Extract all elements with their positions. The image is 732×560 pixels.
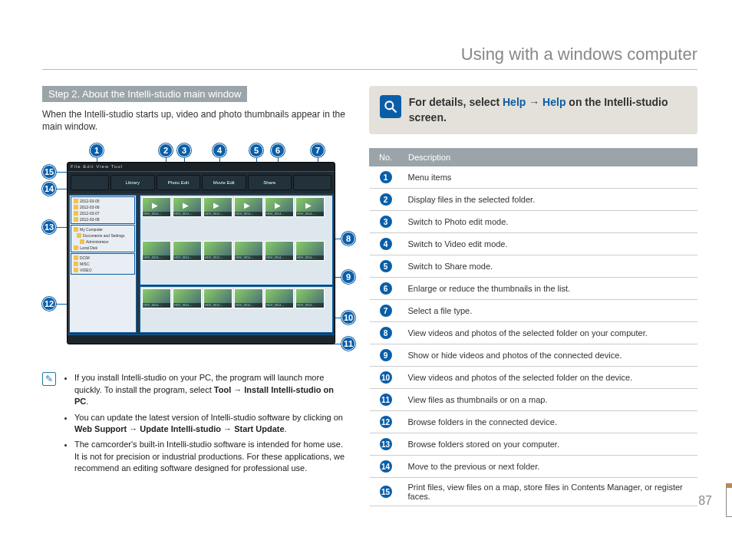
table-row: 6Enlarge or reduce the thumbnails in the… bbox=[370, 278, 697, 300]
callout-3: 3 bbox=[177, 143, 191, 157]
tool-share: Share bbox=[248, 175, 292, 190]
tool-library: Library bbox=[110, 175, 155, 190]
callout-11: 11 bbox=[341, 337, 355, 351]
app-menubar: File Edit View Tool bbox=[68, 163, 335, 172]
callout-9: 9 bbox=[341, 270, 355, 284]
callout-13: 13 bbox=[42, 220, 56, 234]
row-number: 4 bbox=[380, 238, 392, 250]
row-desc: Move to the previous or next folder. bbox=[402, 456, 697, 478]
svg-point-0 bbox=[385, 101, 393, 109]
row-number: 3 bbox=[380, 216, 392, 228]
callout-5: 5 bbox=[249, 143, 263, 157]
row-number: 12 bbox=[380, 416, 392, 428]
row-desc: Switch to Share mode. bbox=[402, 255, 697, 278]
row-number: 1 bbox=[380, 171, 392, 183]
table-row: 3Switch to Photo edit mode. bbox=[370, 211, 697, 233]
row-desc: Browse folders in the connected device. bbox=[402, 411, 697, 433]
tool-photo: Photo Edit bbox=[157, 175, 201, 190]
help-pre: For details, select bbox=[409, 96, 503, 108]
table-row: 7Select a file type. bbox=[370, 300, 697, 322]
page-number: 87 bbox=[698, 494, 712, 508]
app-window: File Edit View Tool Library Photo Edit M… bbox=[67, 162, 335, 344]
app-toolbar: Library Photo Edit Movie Edit Share bbox=[68, 172, 335, 193]
row-desc: View files as thumbnails or on a map. bbox=[402, 389, 697, 411]
row-desc: View videos and photos of the selected f… bbox=[402, 367, 697, 389]
row-desc: Browse folders stored on your computer. bbox=[402, 433, 697, 456]
table-row: 4Switch to Video edit mode. bbox=[370, 233, 697, 255]
row-desc: Switch to Video edit mode. bbox=[402, 233, 697, 255]
note-item: If you install Intelli-studio on your PC… bbox=[74, 372, 349, 407]
description-table: No. Description 1Menu items2Display file… bbox=[369, 148, 697, 506]
svg-line-1 bbox=[392, 109, 396, 113]
annotated-screenshot: 1 2 3 4 5 6 7 15 14 13 12 8 bbox=[42, 143, 349, 358]
tool-nav bbox=[71, 175, 109, 190]
callout-6: 6 bbox=[271, 143, 285, 157]
row-number: 6 bbox=[380, 282, 392, 295]
row-desc: Menu items bbox=[402, 166, 697, 189]
th-desc: Description bbox=[402, 149, 697, 166]
row-number: 8 bbox=[380, 327, 392, 339]
row-desc: Enlarge or reduce the thumbnails in the … bbox=[402, 278, 697, 300]
table-row: 9Show or hide videos and photos of the c… bbox=[370, 344, 697, 367]
note-item: You can update the latest version of Int… bbox=[74, 412, 349, 436]
row-number: 10 bbox=[380, 371, 392, 384]
app-statusbar bbox=[68, 334, 335, 344]
folder-tree: 2012-03-05 2012-03-06 2012-03-07 2012-03… bbox=[69, 195, 137, 333]
row-number: 13 bbox=[380, 438, 392, 450]
row-desc: Select a file type. bbox=[402, 300, 697, 322]
help-callout: For details, select Help → Help on the I… bbox=[369, 86, 697, 134]
row-number: 15 bbox=[380, 486, 392, 498]
callout-12: 12 bbox=[42, 297, 56, 311]
row-number: 11 bbox=[380, 394, 392, 406]
table-row: 10View videos and photos of the selected… bbox=[370, 367, 697, 389]
row-desc: View videos and photos of the selected f… bbox=[402, 322, 697, 344]
callout-15: 15 bbox=[42, 165, 56, 179]
callout-14: 14 bbox=[42, 182, 56, 196]
table-row: 13Browse folders stored on your computer… bbox=[370, 433, 697, 456]
table-row: 14Move to the previous or next folder. bbox=[370, 456, 697, 478]
thumb-section-top: HDV_0014... HDV_0014... HDV_0014... HDV_… bbox=[140, 195, 333, 285]
table-row: 2Display files in the selected folder. bbox=[370, 189, 697, 211]
thumb-section-bottom: HDV_0014... HDV_0014... HDV_0014... HDV_… bbox=[140, 286, 333, 334]
callout-7: 7 bbox=[311, 143, 325, 157]
row-number: 7 bbox=[380, 305, 392, 317]
note-icon: ✎ bbox=[42, 372, 56, 386]
page-title: Using with a windows computer bbox=[42, 44, 697, 70]
table-row: 1Menu items bbox=[370, 166, 697, 189]
help-link-2[interactable]: Help bbox=[542, 96, 565, 108]
note-item: The camcorder's built-in Intelli-studio … bbox=[74, 439, 349, 474]
row-desc: Print files, view files on a map, store … bbox=[402, 478, 697, 506]
table-row: 5Switch to Share mode. bbox=[370, 255, 697, 278]
row-desc: Switch to Photo edit mode. bbox=[402, 211, 697, 233]
table-row: 8View videos and photos of the selected … bbox=[370, 322, 697, 344]
row-number: 2 bbox=[380, 193, 392, 206]
callout-1: 1 bbox=[90, 143, 104, 157]
row-number: 9 bbox=[380, 349, 392, 361]
row-number: 5 bbox=[380, 260, 392, 272]
table-row: 12Browse folders in the connected device… bbox=[370, 411, 697, 433]
magnifier-icon bbox=[380, 95, 401, 118]
callout-4: 4 bbox=[213, 143, 226, 157]
table-row: 11View files as thumbnails or on a map. bbox=[370, 389, 697, 411]
step-heading: Step 2. About the Intelli-studio main wi… bbox=[42, 86, 247, 102]
row-desc: Show or hide videos and photos of the co… bbox=[402, 344, 697, 367]
tool-fileselect bbox=[293, 175, 331, 190]
th-no: No. bbox=[370, 149, 402, 166]
callout-10: 10 bbox=[341, 311, 355, 324]
page-tab-marker bbox=[726, 483, 732, 517]
notes-block: ✎ If you install Intelli-studio on your … bbox=[42, 372, 349, 478]
row-desc: Display files in the selected folder. bbox=[402, 189, 697, 211]
table-row: 15Print files, view files on a map, stor… bbox=[370, 478, 697, 506]
help-link-1[interactable]: Help bbox=[503, 96, 526, 108]
tool-movie: Movie Edit bbox=[202, 175, 246, 190]
intro-text: When the Intelli-studio starts up, video… bbox=[42, 108, 349, 133]
callout-2: 2 bbox=[159, 143, 173, 157]
callout-8: 8 bbox=[341, 232, 355, 245]
row-number: 14 bbox=[380, 460, 392, 473]
